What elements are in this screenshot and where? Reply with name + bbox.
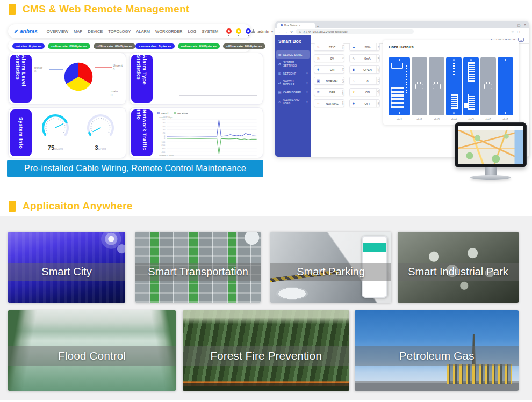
browser-tab[interactable]: Box Status × bbox=[277, 23, 315, 28]
window-controls: − ▢ × bbox=[512, 23, 529, 28]
cms-logo[interactable]: anbras bbox=[13, 28, 38, 34]
forward-icon[interactable]: → bbox=[284, 30, 287, 33]
status-badge: offline rate: 0%/0pieces bbox=[94, 43, 136, 49]
sidebar-item-netconf[interactable]: ⊞ NETCONF ∨ bbox=[275, 69, 311, 77]
heading-bullet bbox=[9, 201, 16, 212]
heater-icon: ≋ bbox=[316, 90, 320, 94]
status-card-door: ▮OPENDoor bbox=[349, 65, 380, 74]
door-icon: ▮ bbox=[351, 68, 356, 72]
alarm-type-panel: Alarm Type Statistics bbox=[129, 53, 263, 105]
gps-icon: ▣ bbox=[316, 79, 320, 83]
logout-icon[interactable]: → bbox=[518, 38, 524, 42]
maximize-icon[interactable]: ▢ bbox=[517, 23, 521, 27]
nav-item-overview[interactable]: OVERVIEW bbox=[47, 29, 68, 34]
slot-card-3[interactable] bbox=[429, 57, 444, 115]
device-stat-badges-bar: net dev: 0 pieces online rate: 0%/0piece… bbox=[8, 40, 251, 52]
nav-item-log[interactable]: LOG bbox=[188, 29, 197, 34]
nav-item-topology[interactable]: TOPOLOGY bbox=[108, 29, 131, 34]
status-card-grid: ♨37°CTemp ☁36%RH ◎0VV ∿0mAA ❄ONAirC ▮OPE… bbox=[314, 43, 380, 107]
back-icon[interactable]: ← bbox=[278, 30, 282, 33]
profile-icon[interactable]: ▢ bbox=[517, 30, 520, 33]
sidebar-item-alerts-logs[interactable]: ⚠ ALERTS AND LOGS ∨ bbox=[275, 96, 311, 107]
urgent-alarm-indicator-icon[interactable] bbox=[226, 28, 232, 34]
bookmark-star-icon[interactable]: ☆ bbox=[511, 30, 514, 33]
thermometer-icon: ♨ bbox=[316, 45, 320, 49]
cms-banner-text: Pre-installed Cable Wiring, Remote Contr… bbox=[24, 164, 246, 173]
empty-slot-icon bbox=[484, 84, 492, 89]
status-badge: camera dev: 0 pieces bbox=[135, 43, 174, 49]
nav-item-system[interactable]: SYSTEM bbox=[202, 29, 218, 34]
panel-title-vertical: System Info bbox=[10, 109, 32, 156]
leader-line bbox=[95, 67, 112, 68]
new-tab-icon[interactable]: + bbox=[317, 25, 319, 28]
receive-legend-icon bbox=[174, 112, 176, 114]
tile-forest-fire-prevention: Forest Fire Prevention bbox=[183, 310, 349, 391]
chevron-down-icon: ∨ bbox=[306, 82, 308, 84]
tile-smart-city: Smart City bbox=[8, 232, 125, 303]
slot-card-7[interactable] bbox=[498, 57, 513, 115]
svg-text:300: 300 bbox=[162, 147, 165, 150]
favicon bbox=[281, 24, 283, 26]
svg-text:60: 60 bbox=[163, 125, 165, 128]
close-icon[interactable]: × bbox=[524, 23, 526, 27]
tile-flood-control: Flood Control bbox=[8, 310, 176, 391]
monitor-with-map bbox=[455, 122, 527, 180]
tile-smart-industrial-park: Smart Industrial Park bbox=[398, 232, 519, 303]
empty-slot-icon bbox=[433, 84, 441, 89]
panel-title-vertical: Alarm Level Statistics bbox=[10, 55, 32, 103]
main-alarm-indicator-icon[interactable] bbox=[236, 28, 241, 34]
alarm-indicators bbox=[226, 28, 251, 34]
slot-card-5[interactable] bbox=[463, 57, 479, 115]
sidebar-item-system-settings[interactable]: ⚙ SYSTEM SETTINGS bbox=[275, 59, 311, 69]
svg-text:receive:1.2kbps: receive:1.2kbps bbox=[159, 154, 174, 156]
status-card-aircon: ❄ONAirC bbox=[314, 65, 344, 74]
slot-card-1[interactable] bbox=[389, 57, 410, 115]
tab-close-icon[interactable]: × bbox=[299, 24, 300, 27]
nav-item-workorder[interactable]: WORKORDER bbox=[155, 29, 182, 34]
tile-petroleum-gas: Petroleum Gas bbox=[355, 310, 519, 391]
minimize-icon[interactable]: − bbox=[512, 23, 514, 27]
cms-banner: Pre-installed Cable Wiring, Remote Contr… bbox=[7, 160, 263, 177]
minor-alarm-indicator-icon[interactable] bbox=[246, 28, 251, 34]
card-details-title: Card Details bbox=[389, 45, 514, 49]
slot-card-4[interactable] bbox=[446, 57, 462, 115]
tile-label: Smart Parking bbox=[297, 266, 365, 278]
pie-label-main: main0 bbox=[111, 90, 118, 97]
browser-toolbar: ← → ↻ ⚠ 不安全 | 192.168.2.249/iot-box/devi… bbox=[275, 28, 529, 35]
alarm-level-panel: Alarm Level Statistics minor0 Urgent0 ma… bbox=[8, 53, 126, 105]
slot-row bbox=[389, 57, 514, 115]
gear-icon: ⚙ bbox=[278, 62, 282, 66]
sidebar-item-label: ALERTS AND LOGS bbox=[283, 98, 305, 105]
tile-label: Smart City bbox=[41, 266, 91, 278]
chevron-down-icon: ▾ bbox=[271, 30, 273, 33]
status-card-voltage: ◎0VV bbox=[314, 54, 344, 62]
nav-item-device[interactable]: DEVICE bbox=[88, 29, 103, 34]
sidebar-item-card-board[interactable]: ▤ CARD BOARD ∨ bbox=[275, 88, 311, 96]
url-text: 不安全 | 192.168.2.249/iot-box/device bbox=[303, 30, 348, 33]
slot-card-6[interactable] bbox=[480, 57, 496, 115]
nav-item-alarm[interactable]: ALARM bbox=[136, 29, 150, 34]
traffic-legend: send receive bbox=[157, 112, 188, 115]
reload-icon[interactable]: ↻ bbox=[290, 30, 293, 33]
traffic-line-chart: send:64.5kbps 100 80 60 40 20 0 0 100 20… bbox=[155, 115, 261, 156]
status-card-humidity: ☁36%RH bbox=[349, 43, 380, 51]
address-bar[interactable]: ⚠ 不安全 | 192.168.2.249/iot-box/device bbox=[296, 29, 414, 34]
user-avatar-icon bbox=[251, 29, 255, 33]
panel-title-vertical: Network Traffic Info bbox=[131, 109, 153, 156]
leader-line bbox=[49, 69, 63, 70]
device-state-icon: ▦ bbox=[278, 53, 282, 56]
alarm-level-pie-chart bbox=[63, 62, 94, 92]
apps-section-title: Applicaiton Anywhere bbox=[23, 200, 133, 212]
slot-card-2[interactable] bbox=[412, 57, 427, 115]
light-sun-icon: ☀ bbox=[351, 90, 356, 94]
sidebar-item-switch-module[interactable]: ⇄ SWITCH MODULE ∨ bbox=[275, 77, 311, 88]
current-wave-icon: ∿ bbox=[351, 56, 356, 61]
cms-dashboard-screenshot: anbras OVERVIEW MAP DEVICE TOPOLOGY ALAR… bbox=[7, 23, 263, 177]
fan-icon: ✱ bbox=[351, 101, 356, 106]
menu-dots-icon[interactable]: ⋯ bbox=[523, 30, 527, 33]
svg-text:200: 200 bbox=[162, 144, 165, 147]
nav-item-map[interactable]: MAP bbox=[74, 29, 82, 34]
status-card-temperature: ♨37°CTemp bbox=[314, 43, 344, 51]
status-badge: net dev: 0 pieces bbox=[12, 43, 45, 49]
sidebar-item-device-state[interactable]: ▦ DEVICE STATE bbox=[276, 50, 310, 59]
